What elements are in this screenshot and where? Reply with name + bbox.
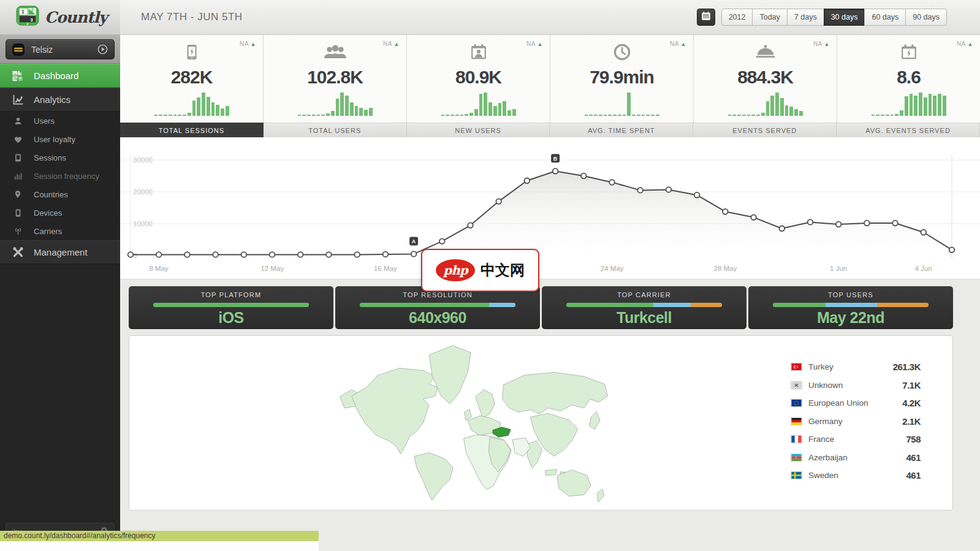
sidebar-item-users[interactable]: Users [0, 112, 120, 130]
range-button-30-days[interactable]: 30 days [824, 9, 865, 26]
sidebar-item-label: Analytics [34, 94, 70, 105]
spark-bar [345, 96, 349, 116]
spark-bar [197, 97, 200, 116]
app-selector[interactable]: Telsiz [6, 39, 115, 59]
stat-value: 79.9min [550, 67, 693, 88]
spark-bar [460, 115, 464, 116]
spark-bar [756, 115, 760, 116]
spark-bar [761, 113, 765, 116]
sidebar-item-label: Management [34, 247, 88, 257]
spark-bar [192, 101, 196, 116]
metric-tabs: TOTAL SESSIONSTOTAL USERSNEW USERSAVG. T… [120, 123, 980, 137]
spark-bar [618, 115, 621, 116]
tab-new-users[interactable]: NEW USERS [407, 123, 550, 137]
stat-card-total-sessions[interactable]: NA ▲ 282K [120, 35, 264, 123]
stat-value: 8.6 [837, 67, 980, 88]
sidebar-item-countries[interactable]: Countries [0, 185, 120, 203]
spark-bar [211, 102, 215, 116]
spark-bar [910, 94, 913, 116]
spark-bar [369, 108, 373, 116]
range-button-60-days[interactable]: 60 days [864, 9, 906, 26]
tab-avg-events-served[interactable]: AVG. EVENTS SERVED [837, 123, 980, 137]
country-value: 2.1K [902, 416, 921, 427]
panel-top-users[interactable]: TOP USERS May 22nd [748, 286, 953, 329]
world-map[interactable] [327, 340, 621, 509]
bar-segment [653, 303, 691, 307]
range-button-2012[interactable]: 2012 [721, 9, 753, 26]
country-name: Germany [808, 417, 896, 426]
range-button-90-days[interactable]: 90 days [905, 9, 947, 26]
tab-total-sessions[interactable]: TOTAL SESSIONS [120, 123, 264, 137]
spark-bar [359, 108, 363, 116]
spark-bar [493, 106, 497, 116]
stat-sparkline [728, 93, 803, 116]
spark-bar [646, 115, 650, 116]
calendar-button[interactable] [697, 9, 715, 26]
tab-avg-time-spent[interactable]: AVG. TIME SPENT [550, 123, 693, 137]
bar-segment [877, 303, 929, 307]
country-row-unknown[interactable]: Unknown 7.1K [791, 376, 921, 395]
spark-bar [159, 115, 162, 116]
top-header: MAY 7TH - JUN 5TH 2012Today7 days30 days… [120, 0, 980, 35]
tab-events-served[interactable]: EVENTS SERVED [693, 123, 837, 137]
change-badge: NA ▲ [526, 40, 543, 47]
sidebar-item-carriers[interactable]: Carriers [0, 222, 120, 240]
panel-title: TOP PLATFORM [129, 291, 333, 298]
stat-value: 884.3K [694, 67, 837, 88]
panel-top-carrier[interactable]: TOP CARRIER Turkcell [542, 286, 746, 329]
map-pin-icon [10, 189, 25, 199]
spark-bar [298, 115, 302, 116]
country-row-sweden[interactable]: Sweden 461 [791, 466, 921, 485]
range-button-7-days[interactable]: 7 days [787, 9, 824, 26]
play-circle-icon[interactable] [97, 44, 108, 55]
spark-bar [183, 115, 186, 116]
sidebar-item-dashboard[interactable]: Dashboard [0, 64, 120, 88]
spark-bar [594, 115, 598, 116]
sidebar-item-devices[interactable]: Devices [0, 203, 120, 222]
sidebar-item-analytics[interactable]: Analytics [0, 88, 120, 112]
panel-top-resolution[interactable]: TOP RESOLUTION 640x960 [335, 286, 540, 329]
spark-bar [202, 93, 205, 116]
spark-bar [326, 113, 330, 116]
sidebar-item-session-frequency[interactable]: Session frequency [0, 167, 120, 185]
dashboard-icon [10, 70, 25, 82]
link-preview-bar: demo.count.ly/dashboard#/analytics/frequ… [0, 531, 319, 541]
panel-title: TOP USERS [748, 291, 953, 298]
svg-text:A: A [412, 238, 416, 245]
spark-bar [919, 93, 922, 116]
range-button-today[interactable]: Today [752, 9, 787, 26]
sessions-chart[interactable]: 01000020000300008 May12 May16 May20 May2… [120, 137, 980, 279]
spark-bar [770, 96, 774, 116]
spark-bar [747, 115, 751, 116]
spark-bar [221, 108, 224, 116]
sidebar-item-label: Dashboard [34, 70, 78, 81]
sidebar-item-user-loyalty[interactable]: User loyalty [0, 130, 120, 148]
country-row-european-union[interactable]: European Union 4.2K [791, 394, 921, 412]
spark-bar [178, 115, 181, 116]
stat-card-total-users[interactable]: NA ▲ 102.8K [264, 35, 407, 123]
stat-card-avg-time-spent[interactable]: NA ▲ 79.9min [550, 35, 694, 123]
spark-bar [938, 94, 941, 116]
change-badge: NA ▲ [813, 40, 830, 47]
tab-total-users[interactable]: TOTAL USERS [264, 123, 407, 137]
spark-bar [914, 96, 917, 116]
stat-card-avg-events-served[interactable]: NA ▲ 8.6 [837, 35, 980, 123]
stat-card-events-served[interactable]: NA ▲ 884.3K [694, 35, 837, 123]
sidebar-item-management[interactable]: Management [0, 240, 120, 264]
spark-bar [355, 106, 359, 116]
change-badge: NA ▲ [240, 40, 256, 47]
spark-bar [321, 115, 325, 116]
panel-value: 640x960 [335, 309, 540, 327]
sessions-icon [10, 153, 25, 162]
country-row-turkey[interactable]: Turkey 261.3K [791, 358, 921, 376]
change-badge: NA ▲ [957, 40, 973, 47]
date-range-title: MAY 7TH - JUN 5TH [141, 11, 243, 23]
spark-bar [340, 93, 344, 116]
country-row-germany[interactable]: Germany 2.1K [791, 412, 921, 431]
country-row-france[interactable]: France 758 [791, 430, 921, 449]
spark-bar [317, 115, 321, 116]
country-row-azerbaijan[interactable]: Azerbaijan 461 [791, 449, 921, 467]
stat-card-new-users[interactable]: NA ▲ 80.9K [407, 35, 550, 123]
sidebar-item-sessions[interactable]: Sessions [0, 148, 120, 167]
panel-top-platform[interactable]: TOP PLATFORM iOS [129, 286, 333, 329]
